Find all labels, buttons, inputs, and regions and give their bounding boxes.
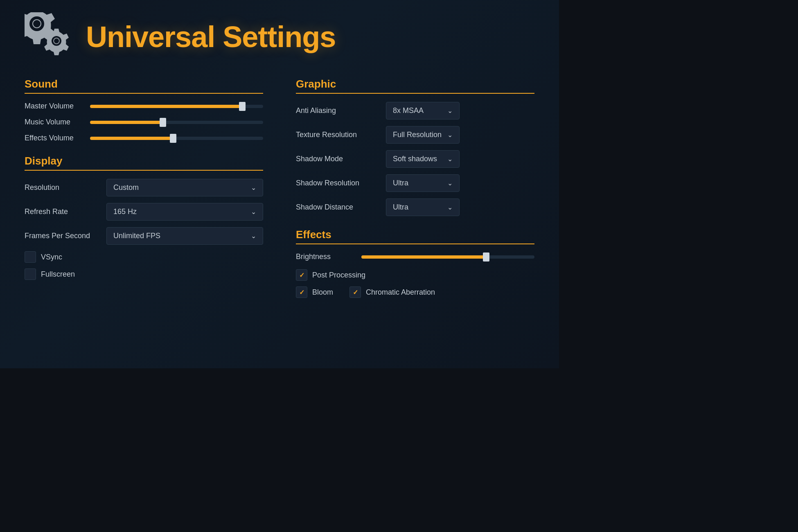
master-volume-label: Master Volume — [25, 102, 90, 110]
resolution-label: Resolution — [25, 183, 106, 192]
resolution-value: Custom — [113, 183, 139, 192]
texture-resolution-label: Texture Resolution — [296, 131, 386, 139]
texture-resolution-chevron-icon: ⌄ — [447, 131, 453, 139]
shadow-distance-chevron-icon: ⌄ — [447, 203, 453, 211]
shadow-mode-value: Soft shadows — [393, 155, 437, 163]
shadow-mode-chevron-icon: ⌄ — [447, 155, 453, 163]
texture-resolution-dropdown[interactable]: Full Resolution ⌄ — [386, 126, 460, 144]
master-volume-fill — [90, 105, 242, 108]
post-processing-check-mark: ✓ — [299, 271, 304, 279]
bloom-label: Bloom — [312, 288, 333, 297]
header: Universal Settings — [25, 12, 534, 61]
fullscreen-checkbox[interactable] — [25, 268, 36, 280]
bloom-row: ✓ Bloom — [296, 286, 333, 298]
refresh-rate-row: Refresh Rate 165 Hz ⌄ — [25, 203, 263, 221]
fullscreen-row: Fullscreen — [25, 268, 263, 280]
shadow-resolution-dropdown[interactable]: Ultra ⌄ — [386, 174, 460, 192]
anti-aliasing-label: Anti Aliasing — [296, 106, 386, 115]
effects-volume-slider[interactable] — [90, 137, 263, 140]
brightness-slider[interactable] — [361, 255, 534, 259]
shadow-distance-dropdown[interactable]: Ultra ⌄ — [386, 198, 460, 216]
brightness-row: Brightness — [296, 252, 534, 261]
anti-aliasing-value: 8x MSAA — [393, 106, 424, 115]
right-column: Graphic Anti Aliasing 8x MSAA ⌄ Texture … — [296, 78, 534, 298]
vsync-row: VSync — [25, 251, 263, 263]
bloom-check-mark: ✓ — [299, 289, 304, 296]
refresh-rate-chevron-icon: ⌄ — [251, 208, 256, 216]
gears-icon — [25, 12, 78, 61]
texture-resolution-value: Full Resolution — [393, 131, 442, 139]
music-volume-fill — [90, 121, 163, 124]
settings-page: Universal Settings Sound Master Volume — [0, 0, 559, 368]
effects-section: Effects Brightness ✓ Post Processing — [296, 228, 534, 298]
display-section-title: Display — [25, 155, 263, 167]
graphic-section: Graphic Anti Aliasing 8x MSAA ⌄ Texture … — [296, 78, 534, 216]
shadow-mode-row: Shadow Mode Soft shadows ⌄ — [296, 150, 534, 168]
shadow-distance-row: Shadow Distance Ultra ⌄ — [296, 198, 534, 216]
chromatic-aberration-row: ✓ Chromatic Aberration — [349, 286, 435, 298]
chromatic-aberration-checkbox[interactable]: ✓ — [349, 286, 361, 298]
vsync-checkbox[interactable] — [25, 251, 36, 263]
fullscreen-label: Fullscreen — [41, 270, 75, 279]
shadow-distance-value: Ultra — [393, 203, 408, 212]
resolution-row: Resolution Custom ⌄ — [25, 179, 263, 196]
sound-section-title: Sound — [25, 78, 263, 90]
fps-value: Unlimited FPS — [113, 232, 160, 240]
left-column: Sound Master Volume Music Volume — [25, 78, 263, 298]
svg-point-2 — [33, 20, 41, 28]
shadow-resolution-value: Ultra — [393, 179, 408, 187]
effects-volume-row: Effects Volume — [25, 134, 263, 142]
chromatic-aberration-check-mark: ✓ — [353, 289, 358, 296]
chromatic-aberration-label: Chromatic Aberration — [366, 288, 435, 297]
shadow-mode-dropdown[interactable]: Soft shadows ⌄ — [386, 150, 460, 168]
effects-divider — [296, 243, 534, 244]
display-divider — [25, 170, 263, 171]
post-processing-checkbox[interactable]: ✓ — [296, 269, 307, 281]
brightness-thumb[interactable] — [483, 252, 489, 261]
effects-bottom-row: ✓ Bloom ✓ Chromatic Aberration — [296, 286, 534, 298]
music-volume-label: Music Volume — [25, 118, 90, 126]
sound-divider — [25, 93, 263, 94]
anti-aliasing-chevron-icon: ⌄ — [447, 107, 453, 115]
effects-volume-label: Effects Volume — [25, 134, 90, 142]
shadow-distance-label: Shadow Distance — [296, 203, 386, 212]
brightness-fill — [361, 255, 486, 259]
main-content: Sound Master Volume Music Volume — [25, 78, 534, 298]
effects-volume-fill — [90, 137, 173, 140]
anti-aliasing-row: Anti Aliasing 8x MSAA ⌄ — [296, 102, 534, 119]
master-volume-row: Master Volume — [25, 102, 263, 110]
fps-row: Frames Per Second Unlimited FPS ⌄ — [25, 227, 263, 245]
resolution-chevron-icon: ⌄ — [251, 184, 256, 192]
shadow-resolution-chevron-icon: ⌄ — [447, 179, 453, 187]
shadow-resolution-row: Shadow Resolution Ultra ⌄ — [296, 174, 534, 192]
texture-resolution-row: Texture Resolution Full Resolution ⌄ — [296, 126, 534, 144]
effects-section-title: Effects — [296, 228, 534, 241]
resolution-dropdown[interactable]: Custom ⌄ — [106, 179, 263, 196]
refresh-rate-value: 165 Hz — [113, 207, 137, 216]
post-processing-label: Post Processing — [312, 271, 365, 280]
brightness-label: Brightness — [296, 252, 361, 261]
graphic-divider — [296, 93, 534, 94]
display-section: Display Resolution Custom ⌄ Refresh Rate… — [25, 155, 263, 280]
fps-label: Frames Per Second — [25, 232, 106, 240]
effects-volume-thumb[interactable] — [170, 134, 176, 143]
music-volume-row: Music Volume — [25, 118, 263, 126]
refresh-rate-dropdown[interactable]: 165 Hz ⌄ — [106, 203, 263, 221]
shadow-resolution-label: Shadow Resolution — [296, 179, 386, 187]
music-volume-slider[interactable] — [90, 121, 263, 124]
graphic-section-title: Graphic — [296, 78, 534, 90]
refresh-rate-label: Refresh Rate — [25, 207, 106, 216]
music-volume-thumb[interactable] — [160, 118, 166, 127]
svg-point-4 — [54, 38, 59, 44]
master-volume-thumb[interactable] — [239, 102, 246, 111]
bloom-checkbox[interactable]: ✓ — [296, 286, 307, 298]
master-volume-slider[interactable] — [90, 105, 263, 108]
fps-chevron-icon: ⌄ — [251, 232, 256, 240]
vsync-label: VSync — [41, 253, 62, 261]
page-title: Universal Settings — [86, 20, 336, 54]
anti-aliasing-dropdown[interactable]: 8x MSAA ⌄ — [386, 102, 460, 119]
shadow-mode-label: Shadow Mode — [296, 155, 386, 163]
sound-section: Sound Master Volume Music Volume — [25, 78, 263, 142]
post-processing-row: ✓ Post Processing — [296, 269, 534, 281]
fps-dropdown[interactable]: Unlimited FPS ⌄ — [106, 227, 263, 245]
